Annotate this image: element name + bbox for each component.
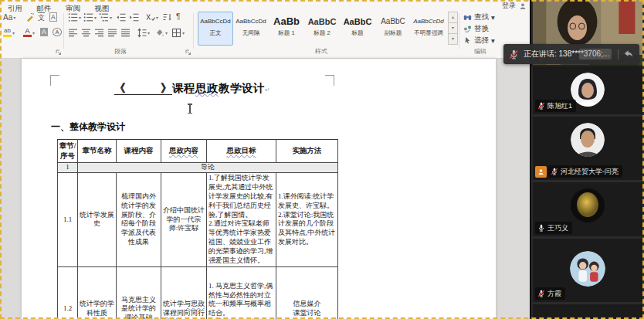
col-header: 思政目标 [207, 140, 276, 163]
enclose-glyph: A [53, 28, 62, 36]
clear-format-button[interactable] [25, 12, 35, 25]
text-highlight-button[interactable]: ab ▾ [3, 28, 15, 40]
justify-button[interactable] [107, 28, 117, 40]
style-heading2[interactable]: AaBbC 标题 2 [304, 12, 340, 46]
cell-content: 马克思主义是统计学的理论基础 [117, 266, 161, 319]
character-border-button[interactable]: A [49, 12, 57, 25]
cell-method: 信息媒介 课堂讨论 [276, 266, 338, 319]
select-label: 选择 [474, 36, 489, 46]
styles-group-label: 样式 [315, 47, 327, 56]
style-title[interactable]: AaBbC 标题 [340, 12, 375, 46]
user-icon [519, 2, 527, 10]
chevron-down-icon: ▾ [12, 28, 15, 39]
now-speaking-toast[interactable]: 正在讲话: 138****3706;... [503, 44, 639, 64]
paragraph-mark: ↵ [265, 87, 270, 93]
cell-no: 1.2 [58, 266, 78, 319]
replace-button[interactable]: 替换 [463, 24, 489, 34]
style-label: 标题 1 [269, 29, 303, 37]
styles-more-button[interactable]: ▾ [448, 33, 458, 45]
mic-muted-icon [509, 49, 519, 59]
cell-goal: 1. 马克思主义哲学,偶然性与必然性的对立统一和频率与概率相结合。 2. 重温马… [207, 266, 276, 319]
style-subtle-emphasis[interactable]: AaBbCcDd 不明显强调 [411, 12, 446, 46]
teaching-design-table[interactable]: 章节/序号 章节名称 课程内容 思政内容 思政目标 实施方法 1 导论 1.1 … [57, 139, 338, 319]
host-badge-icon [535, 166, 547, 178]
align-center-button[interactable] [81, 28, 91, 40]
participant-tile[interactable]: 陈旭红1 [533, 66, 642, 114]
chevron-down-icon: ▾ [13, 12, 15, 23]
participant-name: 方霞 [547, 289, 561, 299]
style-subtitle[interactable]: AaBbC 副标题 [375, 12, 411, 46]
paragraph-dialog-launcher[interactable] [185, 45, 192, 51]
word-window: 引用 邮件 审阅 视图 登录 Aa ▾ [0, 0, 530, 319]
ribbon-tabs: 引用 邮件 审阅 视图 登录 [0, 0, 530, 10]
increase-indent-button[interactable] [129, 12, 139, 25]
avatar [571, 123, 605, 157]
enclose-characters-button[interactable]: A [53, 28, 62, 40]
col-header: 章节名称 [78, 140, 117, 163]
styles-scroll-down[interactable]: ▾ [448, 22, 458, 34]
line-spacing-button[interactable]: ▾ [137, 28, 150, 40]
align-left-button[interactable] [68, 28, 78, 40]
highlight-glyph: ab [4, 28, 11, 34]
participant-tile[interactable]: 河北经贸大学-闫亮 [533, 117, 642, 180]
character-shading-button[interactable]: A [40, 28, 48, 40]
table-row: 1.1 统计学发展史 梳理国内外统计学的发展阶段、介绍每个阶段学派及代表性成果 … [58, 173, 338, 267]
numbered-list-button[interactable]: ▾ [83, 12, 97, 25]
replace-icon [463, 25, 472, 33]
align-right-button[interactable] [94, 28, 104, 40]
show-marks-button[interactable]: ¶ [176, 12, 180, 24]
asian-layout-button[interactable]: ▾ [145, 12, 158, 25]
table-row: 1.2 统计学的学科性质 马克思主义是统计学的理论基础 统计学与思政课程同向同行… [58, 266, 338, 319]
style-sample: AaBbCcDd [234, 12, 268, 29]
char-shading-glyph: A [40, 28, 48, 36]
style-label: 无间隔 [234, 29, 268, 37]
participant-tile[interactable]: 王巧义 [533, 182, 642, 236]
style-no-spacing[interactable]: AaBbCcDd 无间隔 [233, 12, 269, 46]
style-normal[interactable]: AaBbCcDd 正文 [198, 12, 233, 46]
group-divider [193, 13, 194, 49]
binoculars-icon [463, 13, 472, 22]
shading-bucket-button[interactable]: ▾ [154, 28, 168, 40]
select-button[interactable]: 选择 ▾ [463, 36, 495, 46]
cell-content: 梳理国内外统计学的发展阶段、介绍每个阶段学派及代表性成果 [117, 173, 161, 267]
styles-scroll-up[interactable]: ▴ [448, 12, 458, 23]
blur-patch [579, 49, 612, 59]
document-area: 《 》课程思政教学设计↵ 一、整体教学设计 章节/序号 章节名称 课程内容 思政… [0, 59, 530, 319]
shared-screen: 引用 邮件 审阅 视图 登录 Aa ▾ [0, 0, 644, 319]
chevron-down-icon: ▾ [491, 36, 495, 45]
document-title: 《 》课程思政教学设计↵ [22, 81, 363, 96]
document-page[interactable]: 《 》课程思政教学设计↵ 一、整体教学设计 章节/序号 章节名称 课程内容 思政… [22, 59, 496, 319]
borders-button[interactable]: ▾ [171, 28, 185, 40]
mic-on-icon [537, 224, 545, 232]
find-button[interactable]: 查找 ▾ [463, 12, 495, 22]
bullet-list-button[interactable]: ▾ [68, 12, 81, 25]
sort-button[interactable] [162, 12, 172, 25]
cell-name: 统计学的学科性质 [78, 266, 117, 319]
participant-tile[interactable]: 方霞 [533, 239, 642, 302]
change-case-button[interactable]: Aa ▾ [3, 12, 15, 25]
editing-group-label: 编辑 [474, 47, 486, 56]
table-header-row: 章节/序号 章节名称 课程内容 思政内容 思政目标 实施方法 [58, 140, 338, 163]
style-heading1[interactable]: AaBb 标题 1 [269, 12, 304, 46]
mic-muted-icon [537, 102, 545, 110]
col-header: 章节/序号 [58, 140, 78, 163]
font-color-bar [23, 35, 32, 37]
group-divider [63, 13, 64, 49]
style-sample: AaBbCcDd [198, 12, 232, 29]
cell-goal: 1.了解我国统计学发展史,尤其通过中外统计学发展史的比较,有利于我们总结历史经验… [207, 173, 276, 267]
col-header: 课程内容 [117, 140, 161, 163]
participant-tile-partial[interactable] [533, 304, 642, 319]
style-sample: AaBb [269, 12, 303, 29]
participant-name: 陈旭红1 [547, 101, 572, 111]
eraser-pen-icon [25, 12, 35, 22]
font-color-button[interactable]: A ▾ [23, 28, 35, 40]
return-arrow-icon[interactable] [623, 49, 634, 59]
decrease-indent-button[interactable] [116, 12, 126, 25]
phonetic-guide-button[interactable]: 文 [38, 12, 45, 25]
multilevel-list-button[interactable]: ▾ [99, 12, 112, 25]
font-dialog-launcher[interactable] [56, 45, 62, 51]
mic-muted-icon [537, 290, 545, 297]
distribute-button[interactable] [120, 28, 130, 40]
chevron-down-icon: ▾ [491, 13, 495, 22]
style-label: 标题 2 [305, 29, 339, 37]
